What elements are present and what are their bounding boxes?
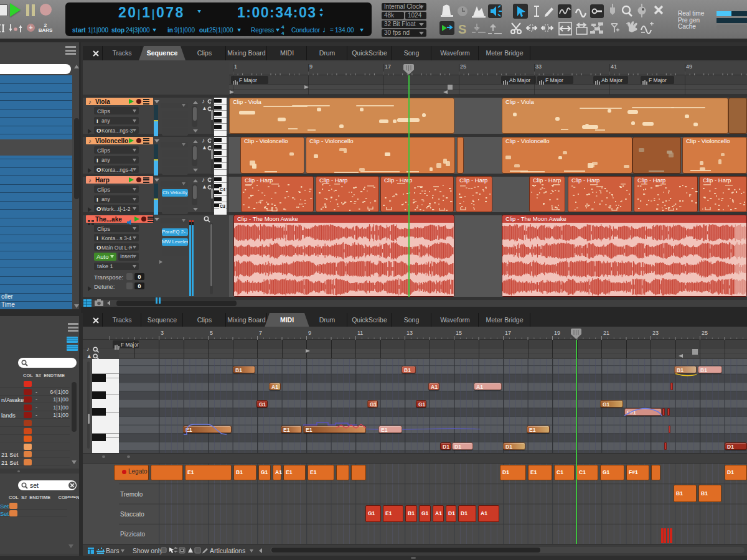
svg-text:S: S — [458, 22, 466, 36]
